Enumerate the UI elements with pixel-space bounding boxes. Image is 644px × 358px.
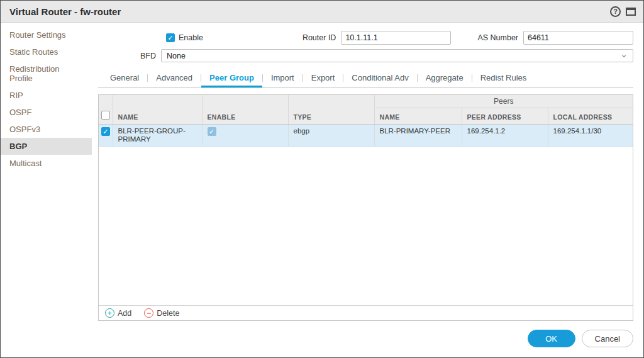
cell-name: BLR-PEER-GROUP-PRIMARY bbox=[113, 125, 202, 147]
cell-peer-address: 169.254.1.2 bbox=[462, 125, 548, 147]
enable-label: Enable bbox=[179, 33, 203, 42]
tab-aggregate[interactable]: Aggregate bbox=[418, 70, 472, 87]
bfd-selected-value: None bbox=[167, 52, 186, 60]
row-checkbox[interactable]: ✓ bbox=[101, 127, 110, 136]
bfd-label: BFD bbox=[98, 52, 161, 60]
tab-advanced[interactable]: Advanced bbox=[148, 70, 201, 87]
column-header-peer-address[interactable]: PEER ADDRESS bbox=[462, 108, 548, 125]
dialog-body: Router Settings Static Routes Redistribu… bbox=[1, 23, 643, 357]
titlebar-icons: ? bbox=[610, 6, 636, 17]
sidebar: Router Settings Static Routes Redistribu… bbox=[1, 23, 92, 357]
add-button[interactable]: + Add bbox=[105, 308, 131, 318]
bgp-tabs: General Advanced Peer Group Import Expor… bbox=[98, 70, 633, 88]
router-id-label: Router ID bbox=[303, 33, 336, 42]
sidebar-item-bgp[interactable]: BGP bbox=[1, 138, 92, 155]
table-row[interactable]: ✓ BLR-PEER-GROUP-PRIMARY ✓ ebgp BLR-PRIM… bbox=[99, 125, 633, 147]
table-header-group-row: NAME ENABLE TYPE Peers bbox=[99, 95, 633, 108]
tab-export[interactable]: Export bbox=[303, 70, 343, 87]
cell-peer-name: BLR-PRIMARY-PEER bbox=[374, 125, 462, 147]
delete-button[interactable]: − Delete bbox=[144, 308, 179, 318]
help-icon[interactable]: ? bbox=[610, 6, 621, 17]
bfd-row: BFD None ⌄ bbox=[98, 49, 633, 62]
column-header-name[interactable]: NAME bbox=[113, 95, 202, 125]
window-icon[interactable] bbox=[626, 8, 636, 16]
sidebar-item-ospfv3[interactable]: OSPFv3 bbox=[1, 121, 92, 138]
peer-group-table: NAME ENABLE TYPE Peers NAME PEER ADDRESS… bbox=[98, 94, 633, 321]
column-header-enable[interactable]: ENABLE bbox=[202, 95, 288, 125]
ok-button[interactable]: OK bbox=[528, 330, 575, 347]
cell-local-address: 169.254.1.1/30 bbox=[548, 125, 633, 147]
sidebar-item-multicast[interactable]: Multicast bbox=[1, 155, 92, 172]
tab-import[interactable]: Import bbox=[263, 70, 303, 87]
sidebar-item-static-routes[interactable]: Static Routes bbox=[1, 43, 92, 60]
select-all-checkbox[interactable] bbox=[101, 111, 110, 120]
sidebar-item-redistribution-profile[interactable]: Redistribution Profile bbox=[1, 60, 92, 87]
check-icon: ✓ bbox=[209, 128, 214, 135]
bfd-select[interactable]: None ⌄ bbox=[161, 49, 633, 62]
sidebar-item-rip[interactable]: RIP bbox=[1, 87, 92, 104]
dialog-title: Virtual Router - fw-router bbox=[9, 6, 121, 17]
dialog-actions: OK Cancel bbox=[98, 321, 633, 357]
sidebar-item-router-settings[interactable]: Router Settings bbox=[1, 26, 92, 43]
delete-icon: − bbox=[144, 308, 153, 318]
column-header-local-address[interactable]: LOCAL ADDRESS bbox=[548, 108, 633, 125]
tab-peer-group[interactable]: Peer Group bbox=[201, 70, 262, 87]
peer-group-grid: NAME ENABLE TYPE Peers NAME PEER ADDRESS… bbox=[99, 95, 633, 147]
add-icon: + bbox=[105, 308, 114, 318]
chevron-down-icon: ⌄ bbox=[620, 50, 628, 59]
check-icon: ✓ bbox=[103, 128, 108, 135]
tab-general[interactable]: General bbox=[102, 70, 147, 87]
router-id-input[interactable] bbox=[341, 31, 451, 45]
tab-redist-rules[interactable]: Redist Rules bbox=[472, 70, 535, 87]
column-header-peer-name[interactable]: NAME bbox=[374, 108, 462, 125]
tab-conditional-adv[interactable]: Conditional Adv bbox=[343, 70, 416, 87]
delete-button-label: Delete bbox=[157, 309, 179, 318]
enable-checkbox[interactable]: ✓ bbox=[166, 33, 175, 42]
sidebar-item-ospf[interactable]: OSPF bbox=[1, 104, 92, 121]
table-footer: + Add − Delete bbox=[99, 305, 633, 320]
row-enable-checkbox[interactable]: ✓ bbox=[208, 127, 216, 136]
as-number-label: AS Number bbox=[477, 33, 518, 42]
check-icon: ✓ bbox=[167, 35, 173, 42]
table-empty-area bbox=[99, 147, 633, 305]
add-button-label: Add bbox=[118, 309, 131, 318]
column-group-header-peers: Peers bbox=[374, 95, 633, 108]
title-bar: Virtual Router - fw-router ? bbox=[1, 1, 643, 23]
cell-type: ebgp bbox=[288, 125, 374, 147]
bgp-general-row: ✓ Enable Router ID AS Number bbox=[98, 31, 633, 45]
cancel-button[interactable]: Cancel bbox=[582, 330, 633, 347]
as-number-input[interactable] bbox=[523, 31, 633, 45]
virtual-router-dialog: Virtual Router - fw-router ? Router Sett… bbox=[0, 0, 644, 358]
bgp-panel: ✓ Enable Router ID AS Number BFD None ⌄ … bbox=[92, 23, 643, 357]
column-header-type[interactable]: TYPE bbox=[288, 95, 374, 125]
